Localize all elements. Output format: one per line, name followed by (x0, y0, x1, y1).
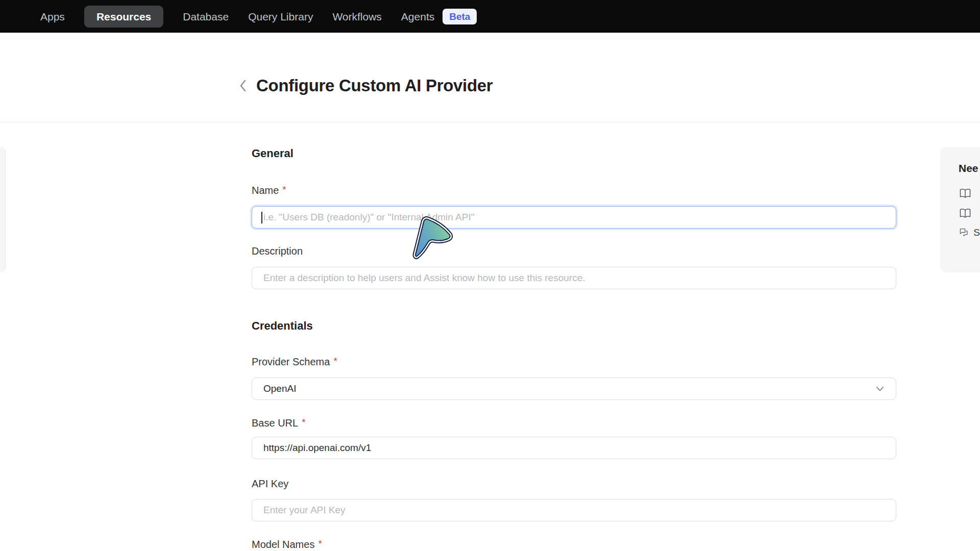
help-link-label: S (973, 227, 980, 238)
base-url-required-marker: * (302, 417, 305, 428)
page-title: Configure Custom AI Provider (256, 76, 493, 96)
nav-group-agents: Agents Beta (401, 9, 477, 24)
provider-schema-select[interactable]: OpenAI (252, 378, 896, 400)
chevron-left-icon (239, 79, 247, 92)
api-key-label-text: API Key (252, 478, 288, 489)
book-icon (959, 207, 972, 220)
nav-item-resources[interactable]: Resources (84, 6, 163, 28)
api-key-input[interactable] (252, 499, 896, 521)
book-icon (959, 187, 972, 200)
nav-item-workflows[interactable]: Workflows (332, 11, 381, 22)
provider-schema-value: OpenAI (263, 383, 296, 394)
name-required-marker: * (282, 184, 286, 195)
top-nav: Apps Resources Database Query Library Wo… (0, 0, 980, 33)
beta-badge: Beta (443, 9, 477, 24)
left-card-edge (0, 147, 6, 272)
section-heading-general: General (252, 147, 293, 160)
help-link-docs-1[interactable] (959, 187, 980, 200)
nav-item-query-library[interactable]: Query Library (248, 11, 313, 22)
nav-item-apps[interactable]: Apps (40, 11, 65, 22)
chevron-down-icon (874, 383, 886, 394)
provider-schema-label: Provider Schema* (252, 355, 337, 368)
base-url-label-text: Base URL (252, 417, 298, 429)
provider-schema-label-text: Provider Schema (252, 356, 330, 367)
model-names-label-text: Model Names (252, 539, 314, 550)
description-input[interactable] (252, 267, 896, 289)
chat-icon (959, 227, 969, 238)
description-label: Description (252, 245, 303, 257)
back-button[interactable] (236, 76, 249, 96)
model-names-label: Model Names* (252, 538, 322, 550)
help-link-docs-2[interactable] (959, 207, 980, 220)
page-header: Configure Custom AI Provider (236, 76, 493, 96)
nav-item-database[interactable]: Database (183, 11, 229, 22)
name-label: Name* (252, 184, 286, 196)
help-link-support[interactable]: S (959, 227, 980, 238)
base-url-label: Base URL* (252, 416, 306, 429)
header-divider (0, 122, 980, 122)
help-panel-title: Nee (959, 162, 980, 174)
nav-item-agents[interactable]: Agents (401, 11, 434, 22)
provider-schema-required-marker: * (333, 356, 337, 366)
api-key-label: API Key (252, 478, 288, 490)
text-caret (261, 212, 262, 223)
base-url-input[interactable] (252, 437, 896, 459)
name-label-text: Name (252, 185, 279, 196)
name-input[interactable] (252, 206, 896, 229)
model-names-required-marker: * (318, 538, 322, 549)
help-panel: Nee S (940, 147, 980, 272)
description-label-text: Description (252, 245, 303, 257)
section-heading-credentials: Credentials (252, 319, 313, 333)
